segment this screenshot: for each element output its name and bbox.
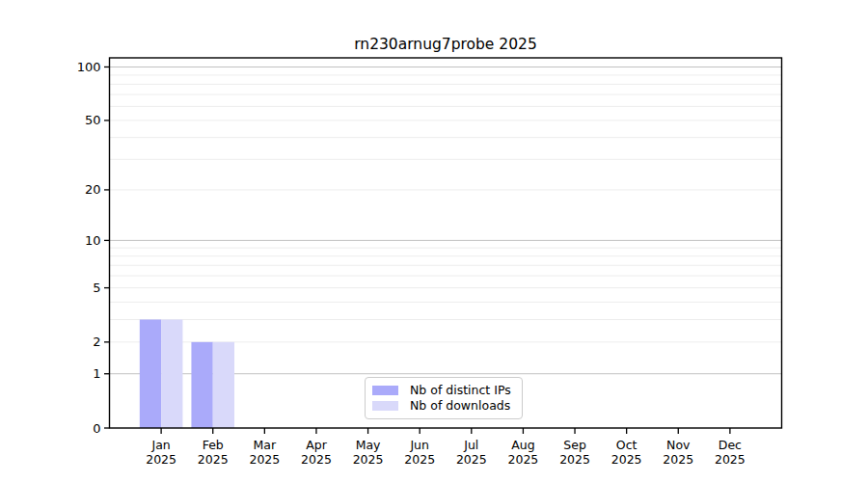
y-tick-label: 0 [93, 421, 100, 436]
legend-swatch-distinct-ips [372, 386, 398, 395]
x-tick-label-month: May [356, 438, 381, 452]
x-tick-label-month: Jan [150, 438, 170, 452]
x-tick-label-year: 2025 [353, 452, 384, 467]
legend-label-downloads: Nb of downloads [410, 399, 510, 413]
x-tick-label-year: 2025 [663, 452, 693, 467]
x-tick-label-month: Jun [409, 438, 429, 452]
x-tick-label-month: Nov [666, 438, 691, 452]
x-tick-label-month: Oct [616, 438, 637, 452]
chart-title: rn230arnug7probe 2025 [354, 36, 537, 53]
x-tick-label-year: 2025 [508, 452, 539, 467]
x-tick-label-year: 2025 [611, 452, 642, 467]
y-tick-label: 20 [85, 182, 101, 197]
chart-figure: 0125102050100Jan2025Feb2025Mar2025Apr202… [0, 0, 868, 482]
bar-jan-distinct-ips [140, 319, 161, 428]
bar-feb-downloads [213, 342, 234, 428]
bar-feb-distinct-ips [191, 342, 212, 428]
x-tick-label-month: Feb [203, 438, 224, 452]
legend-item-distinct-ips: Nb of distinct IPs [372, 384, 514, 397]
x-tick-label-year: 2025 [301, 452, 332, 467]
y-tick-label: 5 [93, 281, 100, 295]
legend-item-downloads: Nb of downloads [372, 399, 514, 413]
x-tick-label-month: Mar [254, 438, 277, 452]
x-tick-label-year: 2025 [456, 452, 487, 467]
x-tick-label-year: 2025 [715, 452, 746, 467]
y-tick-label: 2 [93, 335, 100, 349]
x-tick-label-month: Aug [511, 438, 534, 452]
x-tick-label-month: Apr [306, 438, 327, 452]
x-tick-label-month: Jul [463, 438, 478, 452]
y-tick-label: 10 [85, 233, 101, 248]
x-tick-label-year: 2025 [404, 452, 435, 467]
legend-swatch-downloads [372, 401, 398, 411]
y-tick-label: 100 [77, 60, 101, 74]
legend-label-distinct-ips: Nb of distinct IPs [410, 384, 511, 397]
x-tick-label-year: 2025 [249, 452, 280, 467]
x-tick-label-month: Dec [719, 438, 742, 452]
legend: Nb of distinct IPs Nb of downloads [365, 377, 523, 419]
x-tick-label-month: Sep [563, 438, 586, 452]
y-tick-label: 50 [85, 113, 101, 127]
y-tick-label: 1 [93, 366, 100, 381]
x-tick-label-year: 2025 [146, 452, 176, 467]
x-tick-label-year: 2025 [559, 452, 590, 467]
x-tick-label-year: 2025 [198, 452, 229, 467]
bar-jan-downloads [161, 319, 182, 428]
